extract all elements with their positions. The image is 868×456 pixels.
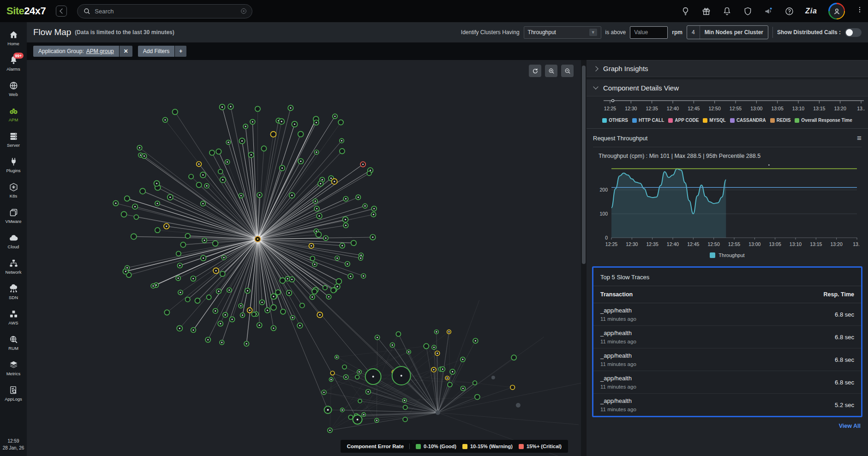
sidebar-item-label: AppLogs — [5, 396, 22, 402]
graph-insights-header[interactable]: Graph Insights — [587, 60, 868, 77]
view-all-link[interactable]: View All — [839, 423, 861, 429]
min-nodes-control[interactable]: 4 Min Nodes per Cluster — [687, 25, 768, 39]
metric-select[interactable]: Throughput ▼ — [524, 26, 601, 39]
svg-text:13:00: 13:00 — [748, 241, 760, 247]
svg-text:12:35: 12:35 — [647, 241, 658, 247]
threshold-value-input[interactable] — [630, 26, 668, 39]
application-group-chip[interactable]: Application Group: APM group ✕ — [33, 46, 132, 57]
logo-text-site: Site — [6, 5, 24, 17]
site24x7-logo[interactable]: Site24x7 — [6, 5, 46, 17]
trace-response-time: 5.2 sec — [835, 402, 854, 408]
sidebar-item-rum[interactable]: RUM — [0, 330, 27, 355]
refresh-button[interactable] — [529, 65, 541, 77]
clock-date: 28 Jan, 26 — [0, 444, 27, 451]
sidebar-item-cloud[interactable]: Cloud — [0, 228, 27, 254]
component-details-header[interactable]: Component Details View — [587, 79, 868, 96]
trace-time-ago: 11 minutes ago — [600, 361, 636, 367]
svg-text:13..: 13.. — [853, 241, 860, 247]
trace-response-time: 6.8 sec — [835, 311, 854, 318]
sidebar-item-sdn[interactable]: SDN — [0, 279, 27, 305]
component-details-title: Component Details View — [603, 84, 679, 92]
identify-clusters-label: Identify Clusters Having — [461, 29, 520, 36]
throughput-legend: Throughput — [593, 252, 862, 258]
lightbulb-icon[interactable] — [681, 6, 690, 16]
avatar[interactable] — [828, 3, 845, 19]
sidebar-item-aws[interactable]: AWS — [0, 305, 27, 330]
sidebar-item-vmware[interactable]: VMware — [0, 203, 27, 228]
graph-insights-title: Graph Insights — [603, 65, 648, 72]
user-icon — [830, 4, 844, 18]
chart-menu-icon[interactable]: ≡ — [857, 134, 862, 142]
slow-trace-row[interactable]: _app/health11 minutes ago6.8 sec — [593, 303, 861, 326]
sidebar-item-network[interactable]: Network — [0, 254, 27, 279]
svg-text:12:50: 12:50 — [709, 106, 721, 111]
search-bar[interactable] — [77, 4, 252, 18]
flow-map-graph[interactable] — [27, 60, 581, 456]
sidebar-items: Home99+AlarmsWebAPMServerPluginsK8sVMwar… — [0, 22, 27, 406]
canvas-scrollbar[interactable] — [581, 60, 587, 456]
chevron-down-icon — [593, 84, 598, 89]
slow-traces-columns: Transaction Resp. Time — [593, 286, 861, 303]
flow-map-canvas[interactable]: Component Error Rate 0-10% (Good)10-15% … — [27, 60, 581, 456]
zoom-in-button[interactable] — [545, 65, 557, 77]
svg-text:12:50: 12:50 — [708, 241, 720, 247]
announcements-icon[interactable] — [764, 6, 773, 16]
add-filters-chip[interactable]: Add Filters + — [138, 46, 186, 57]
shield-icon[interactable] — [743, 6, 753, 16]
slow-traces-rows: _app/health11 minutes ago6.8 sec_app/hea… — [593, 303, 861, 416]
home-icon — [9, 30, 18, 40]
zia-icon[interactable]: Zia — [805, 7, 817, 15]
sidebar-item-alarms[interactable]: 99+Alarms — [0, 51, 27, 76]
distributed-calls-toggle[interactable] — [845, 28, 862, 37]
throughput-title: Request Throughput — [593, 135, 647, 142]
filters-row: Application Group: APM group ✕ Add Filte… — [27, 42, 868, 60]
slow-trace-row[interactable]: _app/health11 minutes ago6.8 sec — [593, 371, 861, 394]
svg-text:13:05: 13:05 — [769, 241, 781, 247]
sidebar-item-server[interactable]: Server — [0, 127, 27, 152]
sidebar-item-applogs[interactable]: AppLogs — [0, 381, 27, 406]
response-legend-item: REDIS — [770, 118, 791, 123]
sidebar-item-metrics[interactable]: Metrics — [0, 355, 27, 381]
throughput-chart[interactable]: 010020012:2512:3012:3512:4012:4512:5012:… — [593, 160, 860, 252]
zoom-out-button[interactable] — [561, 65, 574, 77]
clear-search-icon[interactable] — [240, 7, 247, 15]
kebab-menu-icon[interactable] — [856, 6, 863, 16]
sidebar-item-web[interactable]: Web — [0, 76, 27, 102]
group-chip-value[interactable]: APM group — [86, 48, 114, 54]
trace-time-ago: 11 minutes ago — [600, 407, 636, 412]
sidebar-item-apm[interactable]: APM — [0, 102, 27, 127]
k8s-icon — [9, 182, 18, 192]
svg-text:13:10: 13:10 — [790, 241, 802, 247]
sidebar-item-home[interactable]: Home — [0, 25, 27, 51]
apm-icon — [9, 106, 18, 116]
slow-trace-row[interactable]: _app/health11 minutes ago6.8 sec — [593, 348, 861, 371]
svg-text:13:10: 13:10 — [792, 106, 804, 111]
slow-trace-row[interactable]: _app/health11 minutes ago5.2 sec — [593, 394, 861, 416]
svg-text:13:20: 13:20 — [831, 241, 843, 247]
remove-filter-icon[interactable]: ✕ — [120, 46, 132, 57]
sdn-icon — [9, 284, 18, 294]
min-nodes-value[interactable]: 4 — [687, 26, 700, 39]
column-transaction: Transaction — [600, 291, 633, 298]
scrollbar-thumb[interactable] — [582, 66, 586, 264]
response-legend-item: CASSANDRA — [730, 118, 766, 123]
vmware-icon — [9, 208, 18, 217]
add-filter-icon[interactable]: + — [175, 46, 186, 57]
sidebar-item-label: RUM — [8, 346, 18, 351]
help-icon[interactable] — [784, 6, 794, 16]
notifications-icon[interactable] — [722, 6, 732, 16]
sidebar-item-k8s[interactable]: K8s — [0, 178, 27, 203]
rum-icon — [9, 335, 18, 344]
sidebar-item-label: Network — [6, 270, 22, 275]
collapse-sidebar-icon[interactable] — [56, 6, 67, 17]
error-rate-legend-item: 15%+ (Critical) — [519, 444, 562, 449]
component-details-body: 12:2512:3012:3512:4012:4512:5012:5513:00… — [587, 96, 868, 456]
response-legend-item: APP CODE — [668, 118, 699, 123]
svg-text:12:25: 12:25 — [604, 106, 616, 111]
svg-text:12:30: 12:30 — [625, 106, 637, 111]
gift-icon[interactable] — [701, 6, 711, 16]
search-input[interactable] — [91, 8, 240, 15]
error-rate-legend-item: 0-10% (Good) — [416, 444, 456, 449]
sidebar-item-plugins[interactable]: Plugins — [0, 152, 27, 178]
slow-trace-row[interactable]: _app/health11 minutes ago6.8 sec — [593, 326, 861, 348]
